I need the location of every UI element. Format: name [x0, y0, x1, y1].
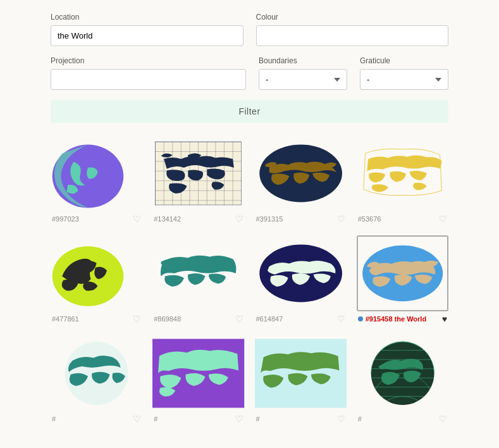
map-card: #477861♡: [51, 235, 142, 325]
world-dot: [358, 316, 363, 321]
map-id: #: [154, 415, 157, 423]
heart-icon[interactable]: ♡: [235, 414, 243, 424]
map-card: #391315♡: [255, 135, 347, 225]
location-label: Location: [51, 13, 243, 22]
map-id: #: [52, 415, 56, 423]
map-id: #915458 the World: [366, 315, 426, 323]
map-card: #915458 the World♥: [357, 235, 448, 325]
projection-group: Projection: [51, 56, 246, 90]
map-id: #53676: [358, 215, 381, 223]
map-image[interactable]: [255, 135, 347, 211]
projection-label: Projection: [51, 56, 246, 65]
map-image[interactable]: [152, 135, 244, 211]
map-card: #♡: [152, 335, 244, 425]
heart-icon[interactable]: ♡: [439, 214, 447, 224]
map-image[interactable]: [51, 135, 142, 211]
heart-icon[interactable]: ♡: [133, 214, 141, 224]
map-id: #: [358, 415, 362, 423]
boundaries-label: Boundaries: [259, 56, 347, 65]
heart-icon[interactable]: ♡: [235, 214, 243, 224]
projection-input[interactable]: [51, 69, 246, 90]
graticule-group: Graticule -: [360, 56, 448, 90]
map-card: #869848♡: [152, 235, 244, 325]
map-card: #53676♡: [357, 135, 448, 225]
colour-input[interactable]: [256, 25, 449, 46]
heart-icon[interactable]: ♡: [337, 314, 345, 324]
filter-button[interactable]: Filter: [51, 100, 448, 123]
map-card: #♡: [357, 335, 448, 425]
heart-icon[interactable]: ♡: [337, 414, 345, 424]
map-image[interactable]: [255, 335, 347, 411]
map-card: #997023♡: [51, 135, 142, 225]
heart-icon[interactable]: ♥: [442, 314, 447, 324]
svg-rect-24: [152, 339, 244, 408]
map-id: #869848: [154, 315, 181, 323]
heart-icon[interactable]: ♡: [337, 214, 345, 224]
map-image[interactable]: [152, 335, 244, 411]
heart-icon[interactable]: ♡: [133, 314, 141, 324]
map-image[interactable]: [51, 335, 142, 411]
boundaries-select[interactable]: -: [259, 69, 347, 90]
map-card: #♡: [255, 335, 347, 425]
map-card: #614847♡: [255, 235, 347, 325]
svg-rect-25: [255, 339, 347, 408]
maps-grid: #997023♡ #134142♡ #391315♡: [51, 135, 448, 425]
map-id: #391315: [256, 215, 283, 223]
filter-button-row: Filter: [51, 100, 448, 123]
heart-icon[interactable]: ♡: [439, 414, 447, 424]
map-card: #134142♡: [152, 135, 244, 225]
map-id: #477861: [52, 315, 79, 323]
map-id: #: [256, 415, 260, 423]
map-image[interactable]: [357, 235, 448, 311]
map-id: #997023: [52, 215, 79, 223]
heart-icon[interactable]: ♡: [235, 314, 243, 324]
colour-label: Colour: [256, 13, 449, 22]
location-input[interactable]: [51, 25, 243, 46]
colour-group: Colour: [256, 13, 449, 46]
map-image[interactable]: [51, 235, 142, 311]
map-card: #♡: [51, 335, 142, 425]
map-image[interactable]: [357, 335, 448, 411]
map-id: #614847: [256, 315, 283, 323]
map-image[interactable]: [255, 235, 347, 311]
graticule-select[interactable]: -: [360, 69, 448, 90]
heart-icon[interactable]: ♡: [133, 414, 141, 424]
map-id: #134142: [154, 215, 181, 223]
map-image[interactable]: [152, 235, 244, 311]
location-group: Location: [51, 13, 243, 46]
graticule-label: Graticule: [360, 56, 448, 65]
map-image[interactable]: [357, 135, 448, 211]
boundaries-group: Boundaries -: [259, 56, 347, 90]
